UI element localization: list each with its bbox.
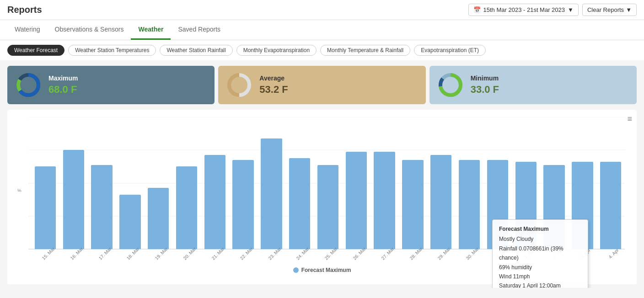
tooltip-content: Mostly CloudyRainfall 0.0708661in (39% c… <box>499 234 581 288</box>
card-max-value: 68.0 F <box>48 84 78 96</box>
dropdown-arrow-icon: ▼ <box>626 6 632 13</box>
bar-8[interactable] <box>261 138 282 249</box>
donut-min <box>438 72 463 98</box>
bar-14[interactable] <box>430 155 451 249</box>
bar-7[interactable] <box>232 160 253 249</box>
bar-3[interactable] <box>119 195 140 249</box>
pill-et[interactable]: Evapotranspiration (ET) <box>414 45 486 56</box>
filter-pills: Weather Forecast Weather Station Tempera… <box>0 40 644 60</box>
card-avg-label: Average <box>259 74 288 82</box>
tab-bar: Watering Observations & Sensors Weather … <box>0 20 644 40</box>
card-min-value: 33.0 F <box>471 84 499 96</box>
summary-cards: Maximum 68.0 F Average 53.2 F Minimu <box>0 60 644 110</box>
card-max: Maximum 68.0 F <box>7 66 215 104</box>
card-min: Minimum 33.0 F <box>429 66 637 104</box>
card-avg: Average 53.2 F <box>218 66 425 104</box>
date-range-button[interactable]: 📅 15th Mar 2023 - 21st Mar 2023 ▼ <box>468 4 579 16</box>
chevron-down-icon: ▼ <box>568 6 574 13</box>
tooltip-line: Mostly Cloudy <box>499 234 581 244</box>
bar-0[interactable] <box>35 166 56 249</box>
tooltip: Forecast Maximum Mostly CloudyRainfall 0… <box>492 219 588 288</box>
pill-station-rain[interactable]: Weather Station Rainfall <box>160 45 232 56</box>
page-title: Reports <box>7 5 42 15</box>
bar-1[interactable] <box>63 150 84 249</box>
tooltip-line: Saturday 1 April 12:00am <box>499 281 581 288</box>
card-avg-value: 53.2 F <box>259 84 288 96</box>
bar-20[interactable] <box>600 162 621 249</box>
donut-avg <box>226 72 252 98</box>
bar-11[interactable] <box>346 152 367 249</box>
bar-5[interactable] <box>176 166 197 249</box>
bar-9[interactable] <box>289 158 310 249</box>
bar-13[interactable] <box>402 160 423 249</box>
donut-max <box>16 72 41 98</box>
y-axis-title: F <box>17 189 22 192</box>
tab-watering[interactable]: Watering <box>7 20 48 40</box>
bar-4[interactable] <box>148 188 169 249</box>
header: Reports 📅 15th Mar 2023 - 21st Mar 2023 … <box>0 0 644 20</box>
date-range-label: 15th Mar 2023 - 21st Mar 2023 <box>483 6 565 13</box>
bar-12[interactable] <box>374 152 395 249</box>
card-min-label: Minimum <box>471 74 499 82</box>
tab-saved[interactable]: Saved Reports <box>171 20 228 40</box>
pill-monthly-temp-rain[interactable]: Monthly Temperature & Rainfall <box>320 45 410 56</box>
tooltip-line: Rainfall 0.0708661in (39% chance) <box>499 244 581 263</box>
clear-reports-button[interactable]: Clear Reports ▼ <box>582 4 637 16</box>
pill-station-temp[interactable]: Weather Station Temperatures <box>68 45 156 56</box>
calendar-icon: 📅 <box>473 6 481 13</box>
pill-forecast[interactable]: Weather Forecast <box>7 45 64 56</box>
header-actions: 📅 15th Mar 2023 - 21st Mar 2023 ▼ Clear … <box>468 4 637 16</box>
tooltip-line: Wind 11mph <box>499 272 581 281</box>
card-max-label: Maximum <box>48 74 78 82</box>
tab-weather[interactable]: Weather <box>131 20 171 40</box>
tooltip-line: 69% humidity <box>499 263 581 272</box>
bar-10[interactable] <box>317 165 338 249</box>
tooltip-title: Forecast Maximum <box>499 224 581 234</box>
clear-reports-label: Clear Reports <box>587 6 624 13</box>
chart-container: ≡ F 80 60 40 20 0 15. Mar16. Mar17. Mar1… <box>7 110 637 284</box>
pill-monthly-et[interactable]: Monthly Evapotranspiration <box>236 45 317 56</box>
bar-6[interactable] <box>204 155 225 249</box>
bar-2[interactable] <box>91 165 112 249</box>
bar-15[interactable] <box>459 160 480 249</box>
tab-observations[interactable]: Observations & Sensors <box>48 20 131 40</box>
